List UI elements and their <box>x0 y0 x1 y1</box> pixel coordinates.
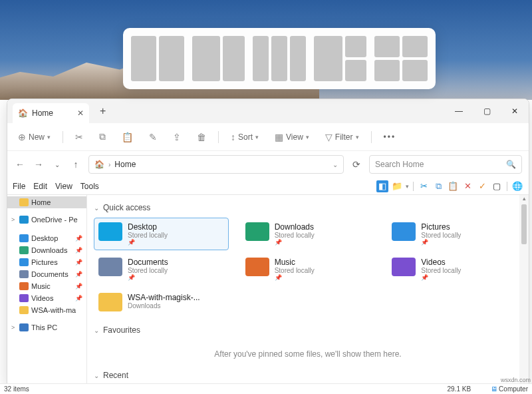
sidebar-item-onedrive-pe[interactable]: >OneDrive - Pe <box>7 214 86 226</box>
forward-button[interactable]: → <box>33 159 45 170</box>
address-bar[interactable]: 🏠 › Home ⌄ <box>88 155 344 174</box>
sidebar-item-pictures[interactable]: Pictures📌 <box>7 256 86 268</box>
search-placeholder: Search Home <box>375 160 424 169</box>
view-icon: ▦ <box>275 132 283 142</box>
snap-layout-2col-wide[interactable] <box>192 36 245 81</box>
chevron-down-icon: ⌄ <box>94 204 99 212</box>
check-icon[interactable]: ✓ <box>476 180 488 192</box>
paste-icon: 📋 <box>122 132 133 142</box>
chevron-down-icon[interactable]: ⌄ <box>332 161 338 168</box>
watermark: wsxdn.com <box>501 377 531 383</box>
sidebar-item-wsa-with-ma[interactable]: WSA-with-ma <box>7 304 86 316</box>
qa-item-pictures[interactable]: PicturesStored locally📌 <box>387 218 522 250</box>
new-button[interactable]: ⊕New▾ <box>14 129 55 145</box>
menu-edit[interactable]: Edit <box>33 182 47 191</box>
close-tab-icon[interactable]: ✕ <box>77 108 84 118</box>
more-button[interactable]: ••• <box>380 130 400 144</box>
section-quick-access[interactable]: ⌄Quick access <box>94 203 522 212</box>
back-button[interactable]: ← <box>14 159 26 170</box>
plus-circle-icon: ⊕ <box>18 132 26 142</box>
sidebar-item-downloads[interactable]: Downloads📌 <box>7 244 86 256</box>
copy-icon: ⧉ <box>99 131 106 142</box>
explorer-window: 🏠 Home ✕ + — ▢ ✕ ⊕New▾ ✂ ⧉ 📋 ✎ ⇪ 🗑 ↕Sort… <box>7 98 529 386</box>
status-pc: Computer <box>499 385 528 393</box>
delete-x-icon[interactable]: ✕ <box>462 180 473 192</box>
sidebar-item-videos[interactable]: Videos📌 <box>7 292 86 304</box>
section-recent[interactable]: ⌄Recent <box>94 371 522 380</box>
command-toolbar: ⊕New▾ ✂ ⧉ 📋 ✎ ⇪ 🗑 ↕Sort▾ ▦View▾ ▽Filter▾… <box>7 123 529 151</box>
copy-icon[interactable]: ⧉ <box>432 180 444 192</box>
content-area: ⌄Quick access DesktopStored locally📌Down… <box>87 195 529 385</box>
snap-layout-2col[interactable] <box>131 36 184 81</box>
snap-layout-quad[interactable] <box>374 36 428 81</box>
panel-icon[interactable]: ◧ <box>376 180 388 192</box>
menubar-icons: ◧ 📁 ▾ ✂ ⧉ 📋 ✕ ✓ ▢ 🌐 <box>376 180 523 192</box>
menu-view[interactable]: View <box>55 182 72 191</box>
qa-item-desktop[interactable]: DesktopStored locally📌 <box>94 218 229 250</box>
snap-layout-left-stack[interactable] <box>314 36 367 81</box>
add-tab-button[interactable]: + <box>94 105 111 117</box>
sidebar-item-this-pc[interactable]: >This PC <box>7 321 86 333</box>
filter-icon: ▽ <box>325 132 332 142</box>
qa-item-music[interactable]: MusicStored locally📌 <box>241 253 376 286</box>
scissors-icon[interactable]: ✂ <box>418 180 430 192</box>
qa-item-documents[interactable]: DocumentsStored locally📌 <box>94 253 229 286</box>
refresh-button[interactable]: ⟳ <box>350 159 362 170</box>
globe-icon[interactable]: 🌐 <box>511 180 523 192</box>
breadcrumb-segment[interactable]: Home <box>114 160 136 169</box>
filter-button[interactable]: ▽Filter▾ <box>321 129 363 145</box>
chevron-down-icon[interactable]: ⌄ <box>51 161 63 168</box>
qa-item-downloads[interactable]: DownloadsStored locally📌 <box>241 218 376 250</box>
qa-item-wsa-with-magisk-[interactable]: WSA-with-magisk-...Downloads <box>94 288 229 316</box>
trash-icon: 🗑 <box>197 132 206 142</box>
monitor-icon: 🖥 <box>491 385 497 393</box>
rename-button[interactable]: ✎ <box>145 129 161 145</box>
chevron-right-icon: › <box>108 161 110 168</box>
sidebar-item-home[interactable]: Home <box>7 196 86 208</box>
chevron-down-icon: ⌄ <box>94 327 99 334</box>
view-button[interactable]: ▦View▾ <box>271 129 313 145</box>
snap-layout-3col[interactable] <box>253 36 306 81</box>
rename-icon: ✎ <box>149 132 157 142</box>
paste-button[interactable]: 📋 <box>118 129 137 145</box>
search-input[interactable]: Search Home 🔍 <box>369 155 522 174</box>
tab-home[interactable]: 🏠 Home ✕ <box>13 103 89 123</box>
tab-title: Home <box>32 108 53 118</box>
menu-file[interactable]: File <box>13 182 25 191</box>
titlebar: 🏠 Home ✕ + — ▢ ✕ <box>7 99 529 123</box>
home-icon: 🏠 <box>18 108 28 118</box>
status-items: 32 items <box>4 385 29 393</box>
snap-layouts-popup <box>123 28 436 89</box>
favourites-empty-msg: After you've pinned some files, we'll sh… <box>94 340 522 368</box>
qa-item-videos[interactable]: VideosStored locally📌 <box>387 253 522 286</box>
sort-button[interactable]: ↕Sort▾ <box>227 129 263 145</box>
sidebar-item-documents[interactable]: Documents📌 <box>7 268 86 280</box>
box-icon[interactable]: ▢ <box>491 180 503 192</box>
clipboard-icon[interactable]: 📋 <box>447 180 459 192</box>
copy-button[interactable]: ⧉ <box>95 128 110 145</box>
status-bar: 32 items 29.1 KB 🖥 Computer <box>0 383 532 394</box>
search-icon: 🔍 <box>506 160 516 169</box>
maximize-button[interactable]: ▢ <box>473 106 501 116</box>
cut-button[interactable]: ✂ <box>71 129 87 145</box>
status-size: 29.1 KB <box>448 385 471 393</box>
minimize-button[interactable]: — <box>445 106 473 116</box>
nav-row: ← → ⌄ ↑ 🏠 › Home ⌄ ⟳ Search Home 🔍 <box>7 151 529 178</box>
cut-icon: ✂ <box>75 132 83 142</box>
share-icon: ⇪ <box>173 132 181 142</box>
menu-bar: File Edit View Tools ◧ 📁 ▾ ✂ ⧉ 📋 ✕ ✓ ▢ 🌐 <box>7 178 529 195</box>
share-button[interactable]: ⇪ <box>169 129 185 145</box>
sidebar-item-desktop[interactable]: Desktop📌 <box>7 232 86 244</box>
up-button[interactable]: ↑ <box>70 159 82 170</box>
close-window-button[interactable]: ✕ <box>501 106 529 116</box>
folder-icon[interactable]: 📁 <box>391 180 403 192</box>
chevron-down-icon: ⌄ <box>94 372 99 379</box>
scrollbar[interactable]: ▴ <box>519 195 529 385</box>
home-icon: 🏠 <box>94 160 104 169</box>
sidebar: Home>OneDrive - PeDesktop📌Downloads📌Pict… <box>7 195 87 385</box>
delete-button[interactable]: 🗑 <box>193 129 210 145</box>
menu-tools[interactable]: Tools <box>80 182 99 191</box>
sort-icon: ↕ <box>231 132 235 142</box>
section-favourites[interactable]: ⌄Favourites <box>94 325 522 335</box>
sidebar-item-music[interactable]: Music📌 <box>7 280 86 292</box>
